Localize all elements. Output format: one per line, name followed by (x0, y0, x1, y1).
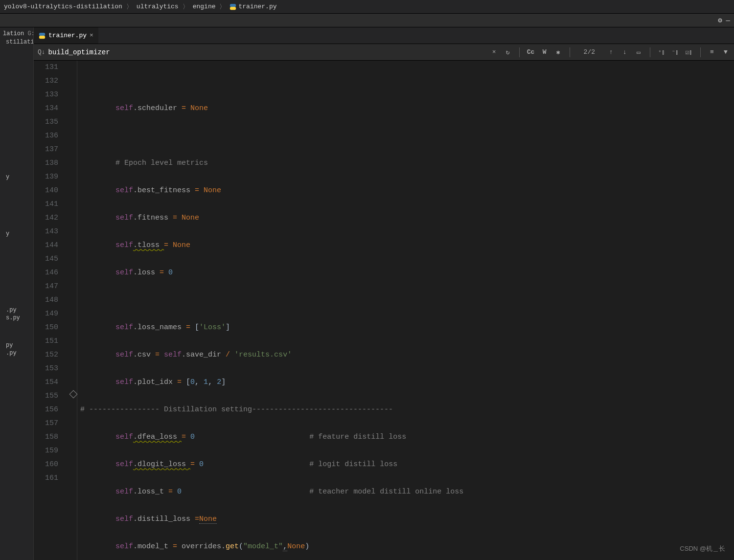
fold-column[interactable] (70, 61, 77, 560)
side-toolbar: ⚙ — (0, 14, 734, 27)
whole-word-toggle[interactable]: W (540, 48, 549, 57)
chevron-right-icon: 〉 (219, 2, 226, 11)
match-count: 2/2 (584, 48, 595, 56)
line-gutter: 1311321331341351361371381391401411421431… (34, 61, 70, 560)
chevron-right-icon: 〉 (183, 2, 189, 11)
search-input[interactable] (48, 48, 225, 56)
close-icon[interactable]: × (90, 32, 93, 39)
prev-match-icon[interactable]: ↑ (607, 48, 616, 57)
gear-icon[interactable]: ⚙ (718, 16, 722, 24)
tab-trainer[interactable]: trainer.py × (34, 27, 99, 44)
history-icon[interactable]: ↻ (504, 48, 512, 57)
filter-lines-icon[interactable]: ≡ (708, 48, 716, 57)
next-match-icon[interactable]: ↓ (620, 48, 629, 57)
select-occurrences-icon[interactable]: ☑⫿ (685, 48, 693, 57)
watermark: CSDN @机＿长 (680, 544, 725, 553)
crumb-1[interactable]: yolov8-ultralytics-distillation (4, 3, 122, 10)
filter-icon[interactable]: ▼ (721, 48, 730, 57)
remove-selection-icon[interactable]: ⁻⫿ (671, 48, 680, 57)
clear-icon[interactable]: × (490, 48, 499, 57)
minimize-icon[interactable]: — (726, 17, 730, 24)
crumb-file[interactable]: trainer.py (229, 3, 276, 10)
project-sidebar[interactable]: lation G:\ stillation y y .py s.py py .p… (0, 27, 34, 560)
find-bar: Q↓ × ↻ Cc W ✱ 2/2 ↑ ↓ ▭ ⁺⫿ ⁻⫿ ☑⫿ (34, 44, 734, 61)
python-icon (39, 32, 46, 39)
select-all-icon[interactable]: ▭ (634, 48, 643, 57)
regex-toggle[interactable]: ✱ (554, 48, 563, 57)
chevron-right-icon: 〉 (126, 2, 133, 11)
search-icon: Q↓ (38, 48, 46, 56)
fold-marker-icon[interactable] (69, 390, 78, 399)
add-selection-icon[interactable]: ⁺⫿ (657, 48, 666, 57)
crumb-3[interactable]: engine (193, 3, 216, 10)
breadcrumb-bar: yolov8-ultralytics-distillation 〉 ultral… (0, 0, 734, 14)
code-area[interactable]: self.scheduler = None # Epoch level metr… (77, 61, 734, 560)
crumb-2[interactable]: ultralytics (137, 3, 179, 10)
python-icon (229, 3, 236, 10)
editor-tabs: trainer.py × (34, 27, 734, 44)
match-case-toggle[interactable]: Cc (527, 48, 535, 57)
